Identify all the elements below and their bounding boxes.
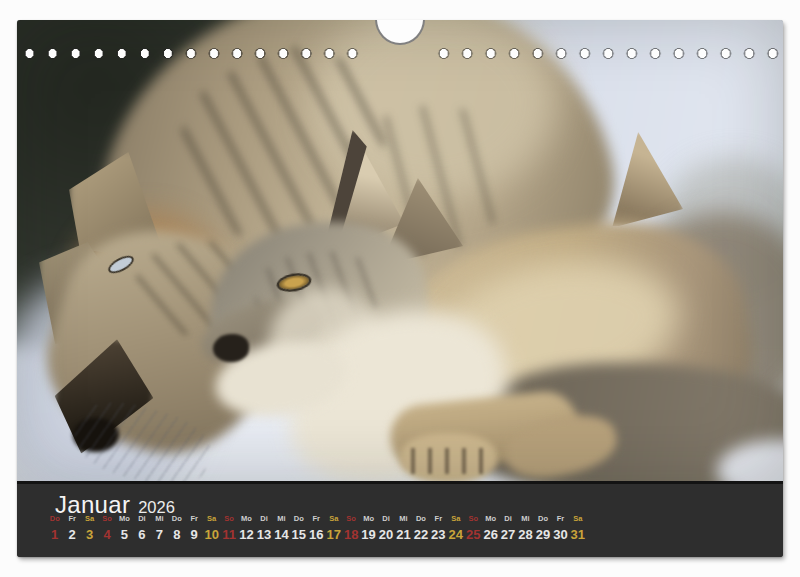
calendar-strip: Januar2026 Do1Fr2Sa3So4Mo5Di6Mi7Do8Fr9Sa… bbox=[17, 481, 783, 557]
day-number: 1 bbox=[51, 528, 58, 541]
day-3: Sa3 bbox=[81, 515, 98, 541]
day-number: 12 bbox=[239, 528, 253, 541]
weekday-label: Sa bbox=[85, 515, 94, 523]
day-10: Sa10 bbox=[203, 515, 220, 541]
day-17: Sa17 bbox=[325, 515, 342, 541]
weekday-label: Di bbox=[504, 515, 512, 523]
day-6: Di6 bbox=[133, 515, 150, 541]
weekday-label: Fr bbox=[190, 515, 198, 523]
day-number: 14 bbox=[274, 528, 288, 541]
day-28: Mi28 bbox=[517, 515, 534, 541]
weekday-label: Mo bbox=[119, 515, 130, 523]
day-number: 31 bbox=[571, 528, 585, 541]
day-number: 19 bbox=[361, 528, 375, 541]
photo-vignette bbox=[17, 20, 783, 481]
day-16: Fr16 bbox=[308, 515, 325, 541]
day-26: Mo26 bbox=[482, 515, 499, 541]
day-25: So25 bbox=[465, 515, 482, 541]
day-number: 13 bbox=[257, 528, 271, 541]
weekday-label: Mi bbox=[521, 515, 529, 523]
weekday-label: So bbox=[468, 515, 478, 523]
day-number: 18 bbox=[344, 528, 358, 541]
weekday-label: Fr bbox=[68, 515, 76, 523]
weekday-label: Fr bbox=[557, 515, 565, 523]
weekday-label: Do bbox=[538, 515, 548, 523]
binding-holes-right bbox=[432, 47, 783, 60]
weekday-label: Sa bbox=[207, 515, 216, 523]
weekday-label: Fr bbox=[313, 515, 321, 523]
day-18: So18 bbox=[342, 515, 359, 541]
day-12: Mo12 bbox=[238, 515, 255, 541]
day-1: Do1 bbox=[46, 515, 63, 541]
day-number: 9 bbox=[191, 528, 198, 541]
weekday-label: Do bbox=[50, 515, 60, 523]
weekday-label: Sa bbox=[329, 515, 338, 523]
weekday-label: Mi bbox=[155, 515, 163, 523]
weekday-label: So bbox=[102, 515, 112, 523]
day-number: 8 bbox=[173, 528, 180, 541]
day-number: 27 bbox=[501, 528, 515, 541]
day-number: 5 bbox=[121, 528, 128, 541]
day-2: Fr2 bbox=[63, 515, 80, 541]
weekday-label: Do bbox=[416, 515, 426, 523]
weekday-label: Mi bbox=[399, 515, 407, 523]
weekday-label: Fr bbox=[435, 515, 443, 523]
day-13: Di13 bbox=[255, 515, 272, 541]
day-20: Di20 bbox=[377, 515, 394, 541]
weekday-label: Mo bbox=[485, 515, 496, 523]
weekday-label: Di bbox=[138, 515, 146, 523]
day-24: Sa24 bbox=[447, 515, 464, 541]
day-number: 10 bbox=[204, 528, 218, 541]
day-number: 17 bbox=[326, 528, 340, 541]
weekday-label: So bbox=[224, 515, 234, 523]
day-number: 23 bbox=[431, 528, 445, 541]
day-5: Mo5 bbox=[116, 515, 133, 541]
weekday-label: Mo bbox=[363, 515, 374, 523]
weekday-label: Sa bbox=[573, 515, 582, 523]
weekday-label: Di bbox=[260, 515, 268, 523]
weekday-label: Do bbox=[294, 515, 304, 523]
day-11: So11 bbox=[220, 515, 237, 541]
day-number: 21 bbox=[396, 528, 410, 541]
day-30: Fr30 bbox=[552, 515, 569, 541]
weekday-label: Sa bbox=[451, 515, 460, 523]
day-29: Do29 bbox=[534, 515, 551, 541]
day-number: 25 bbox=[466, 528, 480, 541]
day-22: Do22 bbox=[412, 515, 429, 541]
day-number: 28 bbox=[518, 528, 532, 541]
calendar-sheet: Januar2026 Do1Fr2Sa3So4Mo5Di6Mi7Do8Fr9Sa… bbox=[17, 20, 783, 557]
day-number: 29 bbox=[536, 528, 550, 541]
day-15: Do15 bbox=[290, 515, 307, 541]
day-number: 24 bbox=[449, 528, 463, 541]
day-number: 30 bbox=[553, 528, 567, 541]
day-number: 6 bbox=[138, 528, 145, 541]
weekday-label: Mi bbox=[277, 515, 285, 523]
page-background: Januar2026 Do1Fr2Sa3So4Mo5Di6Mi7Do8Fr9Sa… bbox=[0, 0, 800, 577]
weekday-label: Di bbox=[382, 515, 390, 523]
day-9: Fr9 bbox=[186, 515, 203, 541]
day-number: 7 bbox=[156, 528, 163, 541]
day-number: 15 bbox=[292, 528, 306, 541]
day-8: Do8 bbox=[168, 515, 185, 541]
day-19: Mo19 bbox=[360, 515, 377, 541]
day-14: Mi14 bbox=[273, 515, 290, 541]
weekday-label: Mo bbox=[241, 515, 252, 523]
day-number: 4 bbox=[103, 528, 110, 541]
day-21: Mi21 bbox=[395, 515, 412, 541]
day-number: 26 bbox=[483, 528, 497, 541]
day-27: Di27 bbox=[499, 515, 516, 541]
day-7: Mi7 bbox=[151, 515, 168, 541]
day-number: 22 bbox=[414, 528, 428, 541]
day-number: 20 bbox=[379, 528, 393, 541]
weekday-label: So bbox=[346, 515, 356, 523]
day-4: So4 bbox=[98, 515, 115, 541]
fox-family-photo bbox=[17, 20, 783, 481]
day-31: Sa31 bbox=[569, 515, 586, 541]
day-23: Fr23 bbox=[430, 515, 447, 541]
day-number: 3 bbox=[86, 528, 93, 541]
weekday-label: Do bbox=[172, 515, 182, 523]
binding-holes-left bbox=[18, 47, 364, 60]
day-number: 11 bbox=[222, 528, 236, 541]
days-row: Do1Fr2Sa3So4Mo5Di6Mi7Do8Fr9Sa10So11Mo12D… bbox=[46, 515, 587, 541]
day-number: 16 bbox=[309, 528, 323, 541]
